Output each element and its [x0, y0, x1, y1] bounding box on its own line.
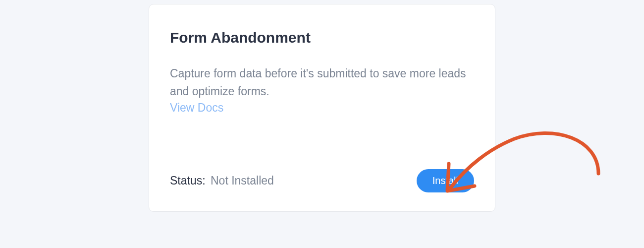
- addon-card: Form Abandonment Capture form data befor…: [149, 4, 495, 212]
- status-label: Status:: [170, 174, 206, 187]
- card-description: Capture form data before it's submitted …: [170, 65, 474, 100]
- card-footer: Status: Not Installed Install: [170, 169, 474, 192]
- card-title: Form Abandonment: [170, 29, 474, 46]
- status-text: Status: Not Installed: [170, 174, 274, 187]
- view-docs-link[interactable]: View Docs: [170, 101, 474, 115]
- layout-spacer: [170, 115, 474, 169]
- status-value: Not Installed: [211, 174, 274, 187]
- install-button[interactable]: Install: [417, 169, 474, 192]
